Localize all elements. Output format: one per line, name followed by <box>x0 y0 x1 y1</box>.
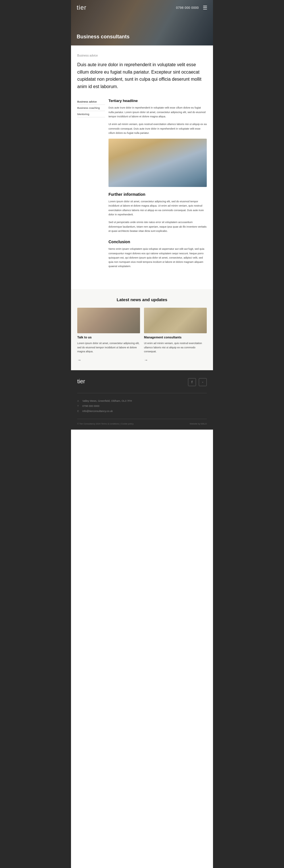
news-card-title-2: Management consultants <box>144 336 207 339</box>
latest-news-section: Latest news and updates Talk to us Lorem… <box>71 289 213 371</box>
address-row: A Valley Mews, Greenfield, Oldham, OL3 7… <box>77 398 207 403</box>
tertiary-headline: Tertiary headline <box>108 99 207 103</box>
footer-credit: Website by MALO <box>190 423 207 425</box>
sidebar-nav-item-2[interactable]: Business coaching <box>77 105 105 111</box>
sidebar-nav-item-3[interactable]: Mentoring <box>77 111 105 117</box>
two-col-layout: Business advice Business coaching Mentor… <box>77 99 207 275</box>
news-card-arrow-2[interactable]: → <box>144 358 207 362</box>
content-image-inner <box>108 138 207 187</box>
further-para-1: Lorem ipsum dolor sit amet, consectetur … <box>108 199 207 217</box>
further-info-heading: Further information <box>108 192 207 196</box>
footer-social: f ◦ <box>188 378 207 386</box>
footer-divider <box>77 393 207 393</box>
conclusion-heading: Conclusion <box>108 240 207 244</box>
sidebar-nav-item-1[interactable]: Business advice <box>77 99 105 105</box>
email-label: E <box>77 409 80 414</box>
further-para-2: Sed ut perspiciatis unde omnis iste natu… <box>108 220 207 233</box>
news-card-title-1: Talk to us <box>77 336 140 339</box>
header-nav: tier 0798 000 0000 ☰ <box>71 0 213 16</box>
section-label: Business advice <box>77 54 207 57</box>
news-card-text-2: Ut enim ad minim veniam, quis nostrud ex… <box>144 341 207 354</box>
content-image <box>108 138 207 187</box>
further-information-section: Further information Lorem ipsum dolor si… <box>108 192 207 233</box>
phone-value: 0798 000 0000 <box>82 403 99 409</box>
email-value: info@tierconsultancy.co.uk <box>82 409 113 414</box>
facebook-icon[interactable]: f <box>188 378 196 386</box>
email-row: E info@tierconsultancy.co.uk <box>77 409 207 414</box>
hero-text: Duis aute irure dolor in reprehenderit i… <box>77 61 207 90</box>
header-right: 0798 000 0000 ☰ <box>176 4 207 11</box>
header-phone: 0798 000 0000 <box>176 6 199 9</box>
footer-bottom: © Tier Consultancy 2024 Terms & conditio… <box>77 419 207 425</box>
footer-address: A Valley Mews, Greenfield, Oldham, OL3 7… <box>77 398 207 414</box>
phone-row: T 0798 000 0000 <box>77 403 207 409</box>
content-col: Tertiary headline Duis aute irure dolor … <box>108 99 207 275</box>
page-title: Business consultants <box>77 34 129 40</box>
footer-top: tier f ◦ <box>77 378 207 386</box>
conclusion-section: Conclusion Nemo enim ipsam voluptatem qu… <box>108 240 207 269</box>
logo: tier <box>77 4 87 11</box>
news-grid: Talk to us Lorem ipsum dolor sit amet, c… <box>77 308 207 363</box>
phone-label: T <box>77 403 80 409</box>
address-label: A <box>77 398 80 403</box>
footer: tier f ◦ A Valley Mews, Greenfield, Oldh… <box>71 370 213 430</box>
news-image-1 <box>77 308 140 333</box>
latest-news-title: Latest news and updates <box>77 297 207 302</box>
content-para-2: Ut enim ad minim veniam, quis nostrud ex… <box>108 122 207 135</box>
news-image-2 <box>144 308 207 333</box>
conclusion-text: Nemo enim ipsam voluptatem quia voluptas… <box>108 247 207 269</box>
header: tier 0798 000 0000 ☰ Business consultant… <box>71 0 213 45</box>
footer-logo: tier <box>77 378 85 385</box>
main-content: Business advice Duis aute irure dolor in… <box>71 45 213 286</box>
sidebar-nav: Business advice Business coaching Mentor… <box>77 99 108 275</box>
news-card-2: Management consultants Ut enim ad minim … <box>144 308 207 363</box>
content-para-1: Duis aute irure dolor in reprehenderit i… <box>108 106 207 119</box>
instagram-icon[interactable]: ◦ <box>199 378 207 386</box>
page-wrapper: tier 0798 000 0000 ☰ Business consultant… <box>71 0 213 868</box>
news-card-1: Talk to us Lorem ipsum dolor sit amet, c… <box>77 308 140 363</box>
news-card-arrow-1[interactable]: → <box>77 358 140 362</box>
hamburger-icon[interactable]: ☰ <box>203 4 207 11</box>
address-value: Valley Mews, Greenfield, Oldham, OL3 7FH <box>82 398 132 403</box>
news-card-text-1: Lorem ipsum dolor sit amet, consectetur … <box>77 341 140 354</box>
footer-copyright: © Tier Consultancy 2024 Terms & conditio… <box>77 423 133 425</box>
